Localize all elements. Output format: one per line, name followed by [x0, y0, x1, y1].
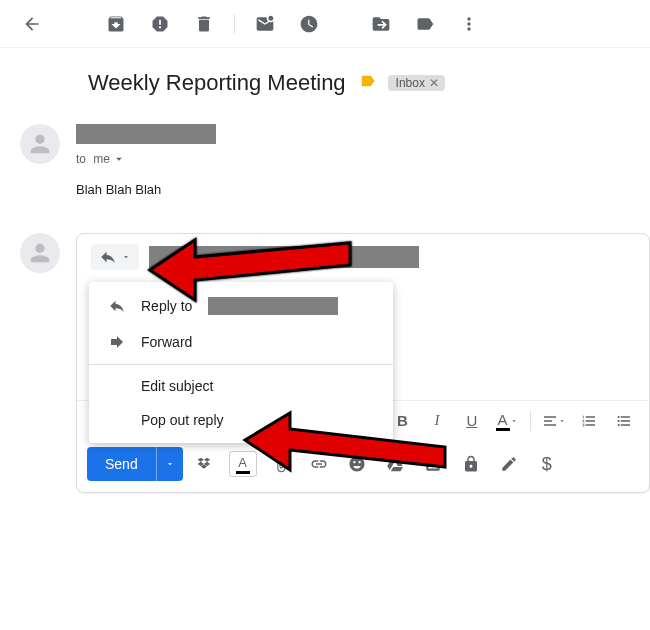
menu-reply-to[interactable]: Reply to: [89, 288, 393, 324]
sender-avatar[interactable]: [20, 124, 60, 164]
attach-icon[interactable]: [265, 448, 297, 480]
dropbox-icon[interactable]: [189, 448, 221, 480]
reply-icon: [99, 248, 117, 266]
send-button[interactable]: Send: [87, 447, 156, 481]
reply-type-button[interactable]: [91, 244, 139, 270]
money-icon[interactable]: $: [531, 448, 563, 480]
send-toolbar: Send A $: [77, 442, 649, 486]
format-toggle-button[interactable]: A: [227, 448, 259, 480]
archive-icon[interactable]: [96, 4, 136, 44]
menu-pop-out[interactable]: Pop out reply: [89, 403, 393, 437]
label-star-icon[interactable]: [358, 72, 376, 94]
italic-button[interactable]: I: [422, 405, 453, 437]
emoji-icon[interactable]: [341, 448, 373, 480]
menu-forward[interactable]: Forward: [89, 324, 393, 360]
labels-icon[interactable]: [405, 4, 445, 44]
link-icon[interactable]: [303, 448, 335, 480]
menu-reply-to-label: Reply to: [141, 298, 192, 314]
menu-separator: [89, 364, 393, 365]
recipient-redacted: [149, 246, 419, 268]
reply-block: Reply to Forward Edit subject Pop out re…: [0, 197, 650, 493]
email-body-text: Blah Blah Blah: [76, 182, 650, 197]
sender-redacted: [76, 124, 216, 144]
chevron-down-icon[interactable]: [112, 152, 126, 166]
forward-icon: [107, 333, 127, 351]
move-to-icon[interactable]: [361, 4, 401, 44]
underline-button[interactable]: U: [456, 405, 487, 437]
mark-unread-icon[interactable]: [245, 4, 285, 44]
snooze-icon[interactable]: [289, 4, 329, 44]
reply-to-redacted: [208, 297, 338, 315]
drive-icon[interactable]: [379, 448, 411, 480]
send-options-button[interactable]: [156, 447, 183, 481]
compose-header: [77, 234, 649, 280]
send-button-group: Send: [87, 447, 183, 481]
spam-icon[interactable]: [140, 4, 180, 44]
message-toolbar: [0, 0, 650, 48]
separator: [530, 411, 531, 431]
menu-pop-out-label: Pop out reply: [141, 412, 224, 428]
reply-dropdown: Reply to Forward Edit subject Pop out re…: [89, 282, 393, 443]
delete-icon[interactable]: [184, 4, 224, 44]
photo-icon[interactable]: [417, 448, 449, 480]
my-avatar: [20, 233, 60, 273]
close-icon[interactable]: ✕: [429, 76, 439, 90]
reply-icon: [107, 297, 127, 315]
menu-edit-subject[interactable]: Edit subject: [89, 369, 393, 403]
to-prefix: to: [76, 152, 86, 166]
menu-forward-label: Forward: [141, 334, 192, 350]
signature-icon[interactable]: [493, 448, 525, 480]
email-subject: Weekly Reporting Meeting: [88, 70, 346, 96]
back-button[interactable]: [12, 4, 52, 44]
bullet-list-button[interactable]: [608, 405, 639, 437]
chevron-down-icon: [121, 252, 131, 262]
compose-box: Reply to Forward Edit subject Pop out re…: [76, 233, 650, 493]
to-value: me: [93, 152, 110, 166]
more-icon[interactable]: [449, 4, 489, 44]
inbox-chip[interactable]: Inbox✕: [388, 75, 445, 91]
text-color-button[interactable]: A: [491, 405, 522, 437]
recipient-row[interactable]: to me: [76, 152, 650, 166]
separator: [234, 14, 235, 34]
inbox-chip-label: Inbox: [396, 76, 425, 90]
numbered-list-button[interactable]: [574, 405, 605, 437]
subject-row: Weekly Reporting Meeting Inbox✕: [0, 48, 650, 106]
menu-edit-subject-label: Edit subject: [141, 378, 213, 394]
align-button[interactable]: [539, 405, 570, 437]
message-row: to me Blah Blah Blah: [0, 106, 650, 197]
confidential-icon[interactable]: [455, 448, 487, 480]
